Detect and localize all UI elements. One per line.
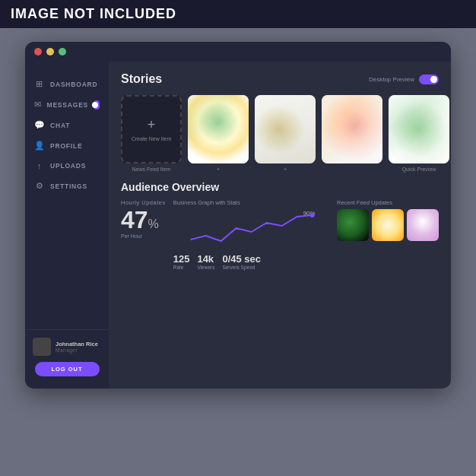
mini-stat-viewers: 14k Viewers (197, 253, 214, 270)
plus-icon: + (148, 117, 156, 133)
story-label-0: News Feed Item (132, 167, 171, 172)
servers-label: Servers Speed (222, 265, 261, 270)
sidebar-item-messages[interactable]: ✉ Messages (25, 94, 109, 115)
business-graph: 90% (173, 209, 329, 247)
hourly-value: 47% (121, 208, 166, 232)
rate-label: Rate (173, 265, 190, 270)
avatar (33, 338, 51, 356)
sidebar: ⊞ Dashboard ✉ Messages 💬 Chat 👤 Profile (25, 62, 109, 389)
sidebar-footer: Johnathan Rice Manager LOG OUT (25, 329, 109, 379)
story-card-3[interactable] (322, 95, 382, 163)
top-banner: IMAGE NOT INCLUDED (0, 0, 476, 28)
hourly-block: Hourly Updates 47% Per Hour (121, 199, 166, 239)
user-info: Johnathan Rice Manager (33, 338, 101, 356)
dashboard-icon: ⊞ (34, 79, 45, 89)
graph-peak-dot (309, 213, 314, 217)
story-4-col: Quick Preview (389, 95, 449, 172)
main-layout: ⊞ Dashboard ✉ Messages 💬 Chat 👤 Profile (25, 62, 451, 389)
story-label-4: Quick Preview (402, 167, 436, 172)
feed-image-1[interactable] (337, 209, 369, 241)
viewers-value: 14k (197, 253, 214, 265)
minimize-dot[interactable] (46, 48, 54, 56)
sidebar-item-profile[interactable]: 👤 Profile (25, 135, 109, 156)
chat-icon: 💬 (34, 120, 45, 130)
desktop-preview-label: Desktop Preview (369, 76, 414, 83)
story-card-2[interactable] (255, 95, 316, 163)
sidebar-label-messages: Messages (47, 101, 89, 109)
app-window: ⊞ Dashboard ✉ Messages 💬 Chat 👤 Profile (25, 42, 451, 389)
feed-image-2[interactable] (372, 209, 404, 241)
mini-stat-rate: 125 Rate (173, 253, 190, 270)
sidebar-label-settings: Settings (50, 182, 87, 190)
story-1-col: + (188, 95, 249, 172)
user-details: Johnathan Rice Manager (56, 341, 98, 353)
mini-stat-servers: 0/45 sec Servers Speed (222, 253, 261, 270)
logout-button[interactable]: LOG OUT (35, 362, 100, 376)
close-dot[interactable] (34, 48, 42, 56)
content-area: Stories Desktop Preview + Create New Ite… (109, 62, 451, 389)
stories-title: Stories (121, 72, 162, 86)
desktop-preview-control: Desktop Preview (369, 75, 439, 84)
uploads-icon: ↑ (34, 161, 45, 170)
user-role: Manager (56, 347, 98, 353)
settings-icon: ⚙ (34, 181, 45, 191)
story-3-col (322, 95, 382, 163)
feed-block: Recent Feed Updates (337, 199, 439, 241)
sidebar-item-uploads[interactable]: ↑ Uploads (25, 156, 109, 176)
sidebar-label-dashboard: Dashboard (50, 81, 97, 88)
sidebar-item-dashboard[interactable]: ⊞ Dashboard (25, 74, 109, 94)
feed-images (337, 209, 439, 241)
preview-toggle[interactable] (419, 75, 439, 84)
story-card-4[interactable] (389, 95, 449, 163)
story-create-col: + Create New Item News Feed Item (121, 95, 182, 172)
servers-value: 0/45 sec (222, 253, 261, 265)
profile-icon: 👤 (34, 141, 45, 151)
stories-row: + Create New Item News Feed Item + + (121, 95, 439, 172)
graph-title: Business Graph with Stats (173, 199, 329, 206)
titlebar (25, 42, 451, 62)
stats-row: Hourly Updates 47% Per Hour Business Gra… (121, 199, 439, 270)
sidebar-label-uploads: Uploads (50, 162, 86, 170)
maximize-dot[interactable] (59, 48, 66, 56)
user-name: Johnathan Rice (56, 341, 98, 347)
audience-title: Audience Overview (121, 181, 439, 193)
sidebar-label-profile: Profile (50, 142, 82, 150)
sidebar-nav: ⊞ Dashboard ✉ Messages 💬 Chat 👤 Profile (25, 74, 109, 329)
create-label: Create New Item (132, 136, 172, 141)
story-create-card[interactable]: + Create New Item (121, 95, 182, 163)
hourly-sublabel: Per Hour (121, 233, 166, 239)
messages-icon: ✉ (34, 100, 42, 109)
feed-title: Recent Feed Updates (337, 199, 439, 206)
banner-text: IMAGE NOT INCLUDED (11, 6, 176, 22)
story-label-1: + (217, 167, 220, 172)
graph-block: Business Graph with Stats 90% 125 Rate (173, 199, 329, 270)
feed-image-3[interactable] (407, 209, 439, 241)
mini-stats: 125 Rate 14k Viewers 0/45 sec Servers Sp… (173, 253, 329, 270)
rate-value: 125 (173, 253, 190, 265)
hourly-title: Hourly Updates (121, 199, 166, 206)
story-label-2: + (284, 167, 287, 172)
viewers-label: Viewers (197, 265, 214, 270)
sidebar-label-chat: Chat (50, 122, 70, 129)
story-2-col: + (255, 95, 316, 172)
messages-toggle[interactable] (94, 100, 100, 109)
content-header: Stories Desktop Preview (121, 72, 439, 86)
story-card-1[interactable] (188, 95, 249, 163)
sidebar-item-chat[interactable]: 💬 Chat (25, 115, 109, 135)
audience-section: Audience Overview Hourly Updates 47% Per… (121, 181, 439, 270)
sidebar-item-settings[interactable]: ⚙ Settings (25, 176, 109, 196)
